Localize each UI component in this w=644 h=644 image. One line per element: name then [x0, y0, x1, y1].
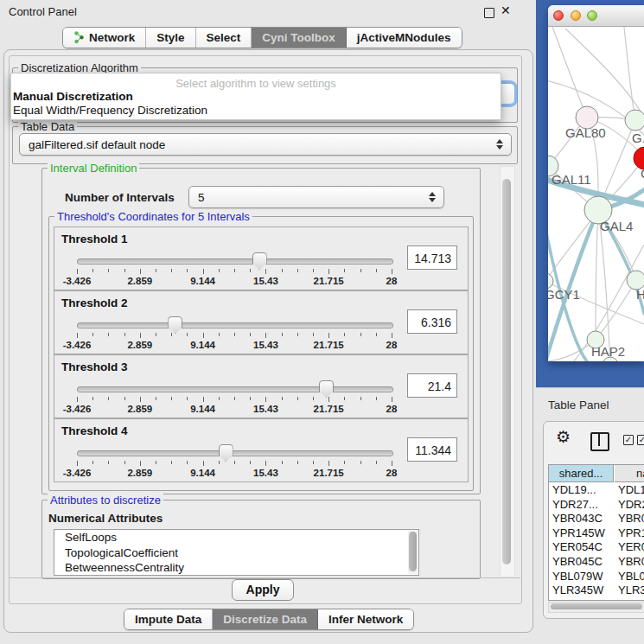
tab-jactivemnodules[interactable]: jActiveMNodules: [347, 28, 462, 48]
threshold-2-slider[interactable]: -3.4262.8599.14415.4321.71528: [77, 317, 392, 350]
attribute-list-item[interactable]: BetweennessCentrality: [54, 560, 418, 576]
slider-track[interactable]: [77, 386, 393, 392]
menu-item-equal-width-frequency[interactable]: Equal Width/Frequency Discretization: [13, 104, 207, 117]
tick-label: 21.715: [314, 404, 344, 414]
table-row[interactable]: YDR27...YDR2: [549, 498, 644, 513]
network-node-g[interactable]: [625, 110, 644, 131]
threshold-3-slider[interactable]: -3.4262.8599.14415.4321.71528: [77, 381, 392, 414]
slider-thumb[interactable]: [219, 444, 233, 462]
table-row[interactable]: YDL19...YDL1: [549, 483, 644, 498]
table-row[interactable]: YPR145WYPR1: [549, 526, 644, 541]
tick-mark: [344, 333, 345, 336]
cell-name[interactable]: YDR2: [618, 498, 644, 511]
cell-name[interactable]: YLR3: [618, 583, 644, 596]
cell-shared-name[interactable]: YDL19...: [552, 483, 596, 496]
group-title-interval-definition: Interval Definition: [48, 162, 139, 175]
split-pane-icon[interactable]: [590, 432, 609, 451]
number-of-intervals-label: Number of Intervals: [65, 191, 175, 204]
checkbox-icon[interactable]: ✓: [637, 435, 644, 445]
tick-mark: [140, 397, 141, 402]
cell-shared-name[interactable]: YPR145W: [552, 526, 605, 539]
node-attribute-table[interactable]: shared... na YDL19...YDL1YDR27...YDR2YBR…: [548, 464, 644, 601]
slider-track[interactable]: [77, 322, 393, 328]
table-row[interactable]: YBL079WYBL0: [549, 570, 644, 584]
node-label: GCY1: [548, 287, 580, 302]
table-row[interactable]: YER054CYER0: [549, 540, 644, 555]
cell-name[interactable]: YDL1: [618, 483, 644, 496]
tab-infer-network[interactable]: Infer Network: [318, 609, 413, 629]
tick-mark: [250, 333, 251, 336]
table-row[interactable]: YBR045CYBR0: [549, 555, 644, 570]
tab-label: Select: [207, 31, 241, 44]
close-traffic-light[interactable]: [553, 10, 564, 21]
minimize-traffic-light[interactable]: [571, 10, 581, 21]
apply-button[interactable]: Apply: [232, 579, 294, 601]
cell-name[interactable]: YBR0: [618, 512, 644, 525]
threshold-4-value-field[interactable]: 11.344: [407, 437, 457, 462]
cell-shared-name[interactable]: YIL052C: [552, 598, 596, 601]
cell-name[interactable]: YBL0: [618, 570, 644, 583]
cell-name[interactable]: YER0: [618, 540, 644, 553]
tick-label: 9.144: [190, 340, 215, 350]
attribute-list-item[interactable]: SelfLoops: [54, 530, 418, 545]
tab-discretize-data[interactable]: Discretize Data: [213, 609, 318, 629]
float-icon[interactable]: [484, 8, 494, 18]
slider-thumb[interactable]: [252, 252, 267, 270]
tick-label: 15.43: [253, 340, 278, 350]
cell-name[interactable]: YIL0: [618, 598, 641, 601]
zoom-traffic-light[interactable]: [587, 10, 597, 21]
slider-thumb[interactable]: [319, 380, 334, 398]
close-icon[interactable]: ✕: [501, 3, 511, 17]
threshold-2-panel: Threshold 2 -3.4262.8599.14415.4321.7152…: [54, 290, 469, 354]
table-row[interactable]: YBR043CYBR0: [549, 512, 644, 526]
tick-mark: [77, 333, 78, 338]
cell-shared-name[interactable]: YBR043C: [552, 512, 603, 525]
tab-style[interactable]: Style: [146, 28, 195, 48]
column-header-shared-name[interactable]: shared...: [549, 465, 614, 482]
panel-vertical-scrollbar[interactable]: [500, 166, 515, 577]
tick-mark: [187, 333, 188, 336]
tick-mark: [297, 333, 298, 336]
tick-mark: [376, 397, 377, 400]
threshold-1-slider[interactable]: -3.4262.8599.14415.4321.71528: [77, 253, 392, 286]
threshold-3-value-field[interactable]: 21.4: [407, 373, 457, 398]
slider-track[interactable]: [77, 258, 393, 265]
cell-name[interactable]: YBR0: [618, 555, 644, 568]
threshold-1-value-field[interactable]: 14.713: [407, 245, 457, 270]
cell-shared-name[interactable]: YER054C: [552, 540, 603, 553]
gear-icon[interactable]: ⚙: [556, 427, 571, 447]
slider-track[interactable]: [77, 450, 393, 456]
tab-select[interactable]: Select: [196, 28, 252, 48]
cell-shared-name[interactable]: YDR27...: [552, 498, 598, 511]
table-horizontal-scrollbar[interactable]: [548, 602, 644, 613]
tab-cyni-toolbox[interactable]: Cyni Toolbox: [252, 28, 347, 48]
threshold-2-value-field[interactable]: 6.316: [407, 309, 457, 334]
column-header-name[interactable]: na: [615, 465, 644, 482]
numerical-attributes-list[interactable]: SelfLoopsTopologicalCoefficientBetweenne…: [54, 529, 419, 576]
table-row[interactable]: YLR345WYLR3: [549, 583, 644, 598]
threshold-4-slider[interactable]: -3.4262.8599.14415.4321.71528: [77, 445, 392, 478]
tab-network[interactable]: Network: [63, 28, 146, 48]
attributes-list-scrollbar[interactable]: [408, 531, 418, 574]
tick-mark: [328, 461, 329, 466]
attribute-list-item[interactable]: TopologicalCoefficient: [54, 545, 418, 561]
cell-shared-name[interactable]: YBR045C: [552, 555, 603, 568]
tab-impute-data[interactable]: Impute Data: [124, 609, 213, 629]
table-row[interactable]: YIL052CYIL0: [549, 598, 644, 601]
cell-shared-name[interactable]: YBL079W: [552, 570, 603, 583]
number-of-intervals-combo[interactable]: 5: [188, 186, 444, 208]
tick-label: 28: [386, 276, 398, 286]
network-window: GAL80G.CGAL11GAL4GCY1HHAP2: [548, 5, 644, 361]
tick-mark: [250, 397, 251, 400]
network-graph: GAL80G.CGAL11GAL4GCY1HHAP2: [548, 27, 644, 361]
cell-name[interactable]: YPR1: [618, 526, 644, 539]
network-canvas[interactable]: GAL80G.CGAL11GAL4GCY1HHAP2: [548, 27, 644, 361]
table-data-combo[interactable]: galFiltered.sif default node: [19, 133, 512, 156]
checkbox-icon[interactable]: ✓: [623, 435, 634, 445]
slider-thumb[interactable]: [168, 316, 182, 334]
cell-shared-name[interactable]: YLR345W: [552, 583, 603, 596]
tick-label: 9.144: [190, 468, 215, 478]
tick-mark: [203, 461, 204, 466]
tick-mark: [376, 333, 377, 336]
menu-item-manual-discretization[interactable]: Manual Discretization: [13, 90, 133, 103]
